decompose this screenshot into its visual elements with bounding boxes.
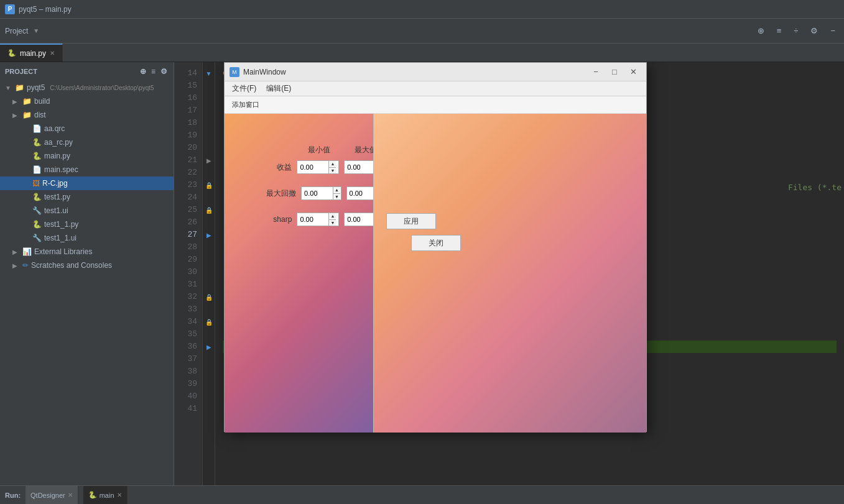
folder-icon: 📁 xyxy=(22,111,32,119)
qt-window-icon: M xyxy=(230,67,239,77)
tab-close-icon[interactable]: ✕ xyxy=(68,492,73,498)
gutter: ▼ ▶ 🔒 🔒 ▶ 🔒 🔒 xyxy=(203,62,215,485)
spinbox-sharp-max-input[interactable] xyxy=(345,213,376,226)
line-num-23: 23 xyxy=(179,179,197,191)
fold-icon-21[interactable]: ▶ xyxy=(203,154,215,167)
gutter-38 xyxy=(203,365,215,378)
qt-menu-file[interactable]: 文件(F) xyxy=(227,82,261,95)
add-window-btn[interactable]: 添加窗口 xyxy=(227,98,264,111)
menu-icon[interactable]: ≡ xyxy=(150,66,157,77)
python-run-icon: 🐍 xyxy=(88,491,97,499)
sidebar-item-test1-1-py[interactable]: ▶ 🐍 test1_1.py xyxy=(0,218,174,231)
gutter-28 xyxy=(203,241,215,254)
run-tab-main[interactable]: 🐍 main ✕ xyxy=(83,486,128,504)
gutter-19 xyxy=(203,129,215,142)
dropdown-icon: ▼ xyxy=(33,27,39,34)
spinbox-down[interactable]: ▼ xyxy=(329,168,336,174)
label-shouy: 收益 xyxy=(262,162,292,173)
sidebar-title: Project xyxy=(5,68,37,75)
spinbox-maxdd-min[interactable]: ▲ ▼ xyxy=(301,186,341,200)
spinbox-sharp-min[interactable]: ▲ ▼ xyxy=(297,213,339,226)
sidebar-item-test1-ui[interactable]: ▶ 🔧 test1.ui xyxy=(0,204,174,218)
apply-button[interactable]: 应用 xyxy=(386,213,436,229)
item-label: aa.qrc xyxy=(44,124,65,133)
spinbox-up[interactable]: ▲ xyxy=(329,161,336,168)
spinbox-sharp-min-input[interactable] xyxy=(297,213,328,226)
spinbox-up[interactable]: ▲ xyxy=(329,213,336,220)
qt-menu-edit[interactable]: 编辑(E) xyxy=(261,82,296,95)
spinbox-shouy-min[interactable]: ▲ ▼ xyxy=(297,160,339,174)
line-num-25: 25 xyxy=(179,204,197,216)
qt-right-panel: 应用 关闭 xyxy=(374,114,646,433)
tab-close-icon[interactable]: ✕ xyxy=(50,50,55,57)
gutter-40 xyxy=(203,390,215,403)
label-maxdd: 最大回撤 xyxy=(262,188,296,199)
qt-close-btn[interactable]: ✕ xyxy=(625,66,641,78)
run-icon-36[interactable]: ▶ xyxy=(203,341,215,353)
line-num-36: 36 xyxy=(179,341,197,353)
scratch-icon: ✏ xyxy=(22,261,29,270)
folder-icon: 📁 xyxy=(22,97,32,106)
sidebar-item-aa-qrc[interactable]: ▶ 📄 aa.qrc xyxy=(0,122,174,135)
line-num-40: 40 xyxy=(179,390,197,403)
python-file-icon: 🐍 xyxy=(32,152,42,160)
sidebar-item-external-libraries[interactable]: ▶ 📊 External Libraries xyxy=(0,245,174,259)
tab-close-icon[interactable]: ✕ xyxy=(117,492,122,498)
add-icon[interactable]: ⊕ xyxy=(139,66,147,77)
python-file-icon: 🐍 xyxy=(32,220,42,229)
gutter-39 xyxy=(203,378,215,390)
sidebar-item-pyqt5[interactable]: ▼ 📁 pyqt5 C:\Users\Administrator\Desktop… xyxy=(0,81,174,94)
title-bar: P pyqt5 – main.py xyxy=(0,0,844,19)
sidebar-item-test1-py[interactable]: ▶ 🐍 test1.py xyxy=(0,190,174,204)
gear-icon[interactable]: ⚙ xyxy=(159,66,169,77)
qt-minimize-btn[interactable]: − xyxy=(588,66,604,78)
spinbox-up[interactable]: ▲ xyxy=(333,187,340,194)
list-icon-btn[interactable]: ≡ xyxy=(773,24,786,38)
item-label: External Libraries xyxy=(34,247,92,256)
qt-maximize-btn[interactable]: □ xyxy=(606,66,623,78)
qt-window[interactable]: M MainWindow − □ ✕ 文件(F) 编辑(E) 添加窗口 xyxy=(224,62,647,432)
sidebar-item-test1-1-ui[interactable]: ▶ 🔧 test1_1.ui xyxy=(0,231,174,245)
main-tab-label: main xyxy=(100,492,114,499)
split-icon-btn[interactable]: ÷ xyxy=(790,24,802,38)
line-num-15: 15 xyxy=(179,80,197,92)
sidebar-item-dist[interactable]: ▶ 📁 dist xyxy=(0,108,174,122)
item-path: C:\Users\Administrator\Desktop\pyqt5 xyxy=(50,85,154,91)
spinbox-down[interactable]: ▼ xyxy=(329,220,336,226)
settings-btn[interactable]: ⚙ xyxy=(807,24,822,38)
close-filter-button[interactable]: 关闭 xyxy=(411,235,461,251)
spinbox-shouy-max-input[interactable] xyxy=(345,161,376,173)
arrow-icon: ▶ xyxy=(12,98,20,105)
spinbox-shouy-min-input[interactable] xyxy=(297,161,328,173)
fold-icon-14[interactable]: ▼ xyxy=(203,67,215,80)
line-num-16: 16 xyxy=(179,92,197,104)
line-num-39: 39 xyxy=(179,378,197,390)
fold-icon-27[interactable]: ▶ xyxy=(203,229,215,241)
sidebar-item-build[interactable]: ▶ 📁 build xyxy=(0,94,174,108)
arrow-icon: ▶ xyxy=(12,112,20,119)
tab-main-py[interactable]: 🐍 main.py ✕ xyxy=(0,44,63,62)
item-label: test1.ui xyxy=(44,206,68,215)
gutter-24 xyxy=(203,191,215,204)
editor-area[interactable]: 14 15 16 17 18 19 20 21 22 23 24 25 26 2… xyxy=(174,62,844,485)
item-label: R-C.jpg xyxy=(42,179,68,188)
sidebar-item-aa-rc-py[interactable]: ▶ 🐍 aa_rc.py xyxy=(0,135,174,149)
sidebar-item-main-py[interactable]: ▶ 🐍 main.py xyxy=(0,149,174,163)
bottom-bar: Run: QtDesigner ✕ 🐍 main ✕ xyxy=(0,485,844,504)
item-label: dist xyxy=(34,111,46,119)
sidebar-item-rc-jpg[interactable]: ▶ 🖼 R-C.jpg xyxy=(0,176,174,190)
gutter-35 xyxy=(203,328,215,341)
gutter-15 xyxy=(203,80,215,92)
line-num-19: 19 xyxy=(179,129,197,142)
target-icon-btn[interactable]: ⊕ xyxy=(754,24,768,38)
spinbox-maxdd-min-input[interactable] xyxy=(302,187,333,199)
spinbox-down[interactable]: ▼ xyxy=(333,194,340,200)
sidebar-item-scratches-consoles[interactable]: ▶ ✏ Scratches and Consoles xyxy=(0,259,174,272)
form-row-maxdd: 最大回撤 ▲ ▼ ▲ xyxy=(262,186,386,200)
line-numbers: 14 15 16 17 18 19 20 21 22 23 24 25 26 2… xyxy=(174,62,203,485)
sidebar-item-main-spec[interactable]: ▶ 📄 main.spec xyxy=(0,163,174,176)
item-label: aa_rc.py xyxy=(44,138,73,147)
minimize-btn[interactable]: − xyxy=(827,24,839,38)
run-tab-qtdesigner[interactable]: QtDesigner ✕ xyxy=(26,486,78,504)
spinbox-shouy-min-arrows: ▲ ▼ xyxy=(328,161,336,173)
